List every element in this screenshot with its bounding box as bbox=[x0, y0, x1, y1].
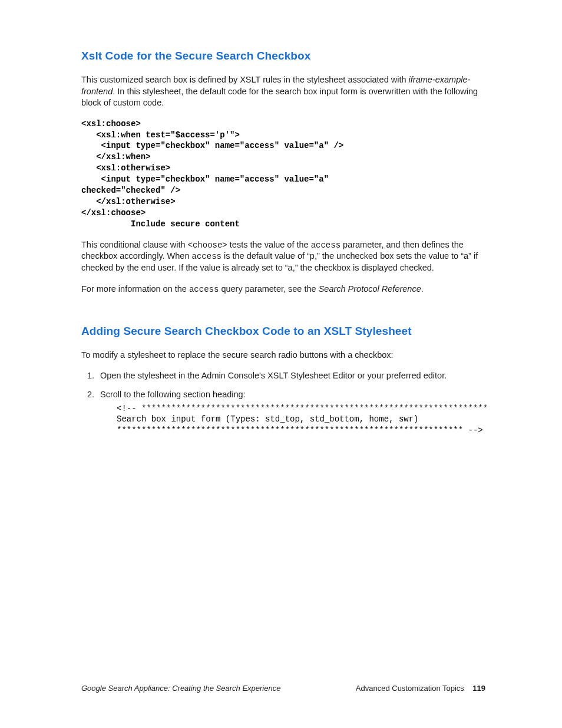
section-heading-xslt-code: Xslt Code for the Secure Search Checkbox bbox=[81, 50, 485, 62]
code-inline: <choose> bbox=[188, 241, 227, 250]
list-item: Open the stylesheet in the Admin Console… bbox=[97, 370, 485, 382]
code-block-xsl-choose: <xsl:choose> <xsl:when test="$access='p'… bbox=[81, 118, 485, 230]
text: For more information on the bbox=[81, 284, 189, 294]
paragraph: This customized search box is defined by… bbox=[81, 74, 485, 109]
paragraph: To modify a stylesheet to replace the se… bbox=[81, 350, 485, 361]
page-number: 119 bbox=[472, 684, 485, 693]
code-inline: access bbox=[192, 252, 222, 261]
code-block-search-box-comment: <!-- ***********************************… bbox=[117, 403, 485, 437]
page-footer: Google Search Appliance: Creating the Se… bbox=[81, 684, 485, 693]
list-item: Scroll to the following section heading:… bbox=[97, 389, 485, 436]
section-heading-adding-secure: Adding Secure Search Checkbox Code to an… bbox=[81, 325, 485, 338]
text: . In this stylesheet, the default code f… bbox=[81, 87, 478, 108]
text-italic: Search Protocol Reference bbox=[319, 284, 421, 294]
paragraph: For more information on the access query… bbox=[81, 284, 485, 295]
text: query parameter, see the bbox=[219, 284, 318, 294]
document-page: Xslt Code for the Secure Search Checkbox… bbox=[0, 0, 562, 728]
code-inline: access bbox=[189, 285, 219, 294]
footer-chapter: Advanced Customization Topics 119 bbox=[356, 684, 485, 693]
code-inline: access bbox=[311, 241, 340, 250]
ordered-list: Open the stylesheet in the Admin Console… bbox=[81, 370, 485, 436]
paragraph: This conditional clause with <choose> te… bbox=[81, 239, 485, 274]
footer-chapter-label: Advanced Customization Topics bbox=[356, 684, 464, 693]
text: Scroll to the following section heading: bbox=[100, 390, 246, 399]
text: This customized search box is defined by… bbox=[81, 75, 409, 84]
text: tests the value of the bbox=[227, 240, 311, 249]
footer-doc-title: Google Search Appliance: Creating the Se… bbox=[81, 684, 280, 693]
text: This conditional clause with bbox=[81, 240, 188, 249]
text: . bbox=[421, 284, 424, 294]
